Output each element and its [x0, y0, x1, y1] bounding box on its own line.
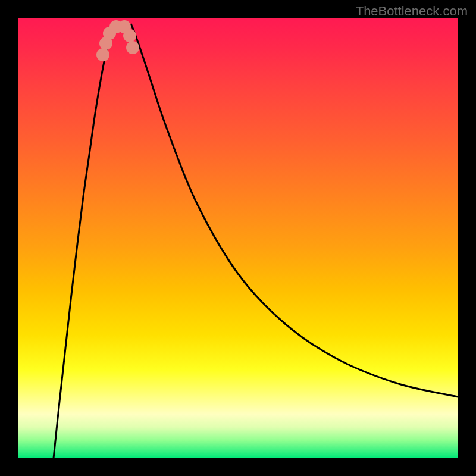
chart-svg — [18, 18, 458, 458]
curve-left-curve — [54, 24, 115, 458]
marker-point — [123, 29, 136, 42]
watermark-text: TheBottleneck.com — [356, 4, 468, 19]
plot-area — [18, 18, 458, 458]
curves-group — [54, 24, 458, 458]
curve-right-curve — [131, 24, 458, 397]
marker-point — [96, 48, 109, 61]
marker-point — [126, 41, 139, 54]
